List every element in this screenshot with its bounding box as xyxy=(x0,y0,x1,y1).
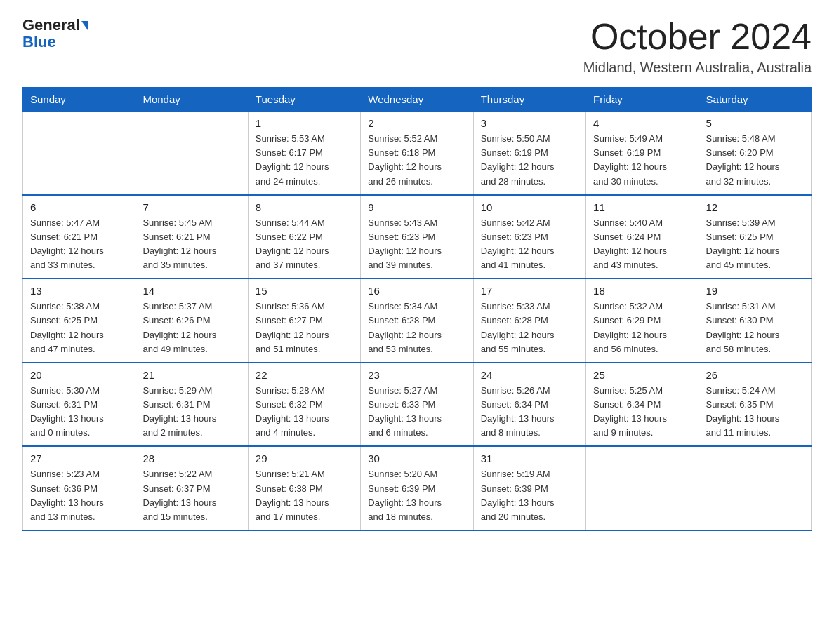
calendar-cell: 18Sunrise: 5:32 AM Sunset: 6:29 PM Dayli… xyxy=(586,279,699,363)
calendar-cell: 30Sunrise: 5:20 AM Sunset: 6:39 PM Dayli… xyxy=(361,446,473,530)
day-info: Sunrise: 5:53 AM Sunset: 6:17 PM Dayligh… xyxy=(256,132,353,189)
day-number: 30 xyxy=(368,452,465,464)
day-info: Sunrise: 5:29 AM Sunset: 6:31 PM Dayligh… xyxy=(143,384,240,441)
day-info: Sunrise: 5:24 AM Sunset: 6:35 PM Dayligh… xyxy=(706,384,804,441)
logo-general: General xyxy=(22,17,80,34)
weekday-header-sunday: Sunday xyxy=(23,88,135,112)
day-info: Sunrise: 5:19 AM Sunset: 6:39 PM Dayligh… xyxy=(481,467,578,524)
calendar-cell: 10Sunrise: 5:42 AM Sunset: 6:23 PM Dayli… xyxy=(473,195,585,279)
day-info: Sunrise: 5:48 AM Sunset: 6:20 PM Dayligh… xyxy=(706,132,804,189)
day-info: Sunrise: 5:37 AM Sunset: 6:26 PM Dayligh… xyxy=(143,300,240,356)
day-info: Sunrise: 5:42 AM Sunset: 6:23 PM Dayligh… xyxy=(481,216,578,273)
day-number: 19 xyxy=(706,285,804,297)
day-info: Sunrise: 5:26 AM Sunset: 6:34 PM Dayligh… xyxy=(481,384,578,441)
weekday-header-thursday: Thursday xyxy=(473,88,585,112)
weekday-header-monday: Monday xyxy=(135,88,248,112)
day-number: 14 xyxy=(143,285,240,297)
day-info: Sunrise: 5:22 AM Sunset: 6:37 PM Dayligh… xyxy=(143,467,240,524)
day-info: Sunrise: 5:27 AM Sunset: 6:33 PM Dayligh… xyxy=(368,384,465,441)
calendar-cell: 13Sunrise: 5:38 AM Sunset: 6:25 PM Dayli… xyxy=(23,279,135,363)
calendar-cell: 11Sunrise: 5:40 AM Sunset: 6:24 PM Dayli… xyxy=(586,195,699,279)
logo: General Blue xyxy=(22,17,88,51)
day-info: Sunrise: 5:23 AM Sunset: 6:36 PM Dayligh… xyxy=(30,467,128,524)
calendar-cell xyxy=(699,446,811,530)
day-number: 3 xyxy=(481,117,578,129)
day-info: Sunrise: 5:31 AM Sunset: 6:30 PM Dayligh… xyxy=(706,300,804,356)
calendar-cell: 12Sunrise: 5:39 AM Sunset: 6:25 PM Dayli… xyxy=(699,195,811,279)
calendar-cell xyxy=(135,112,248,195)
calendar-cell: 7Sunrise: 5:45 AM Sunset: 6:21 PM Daylig… xyxy=(135,195,248,279)
day-number: 23 xyxy=(368,369,465,381)
calendar-cell: 23Sunrise: 5:27 AM Sunset: 6:33 PM Dayli… xyxy=(361,363,473,447)
page-subtitle: Midland, Western Australia, Australia xyxy=(583,60,812,76)
day-number: 31 xyxy=(481,452,578,464)
day-info: Sunrise: 5:34 AM Sunset: 6:28 PM Dayligh… xyxy=(368,300,465,356)
calendar-week-3: 13Sunrise: 5:38 AM Sunset: 6:25 PM Dayli… xyxy=(23,279,812,363)
calendar-cell: 21Sunrise: 5:29 AM Sunset: 6:31 PM Dayli… xyxy=(135,363,248,447)
calendar-cell: 17Sunrise: 5:33 AM Sunset: 6:28 PM Dayli… xyxy=(473,279,585,363)
day-info: Sunrise: 5:43 AM Sunset: 6:23 PM Dayligh… xyxy=(368,216,465,273)
weekday-header-tuesday: Tuesday xyxy=(248,88,360,112)
calendar-cell: 14Sunrise: 5:37 AM Sunset: 6:26 PM Dayli… xyxy=(135,279,248,363)
logo-triangle-icon xyxy=(81,21,88,30)
day-number: 9 xyxy=(368,201,465,213)
calendar-cell xyxy=(23,112,135,195)
calendar-cell: 3Sunrise: 5:50 AM Sunset: 6:19 PM Daylig… xyxy=(473,112,585,195)
day-info: Sunrise: 5:38 AM Sunset: 6:25 PM Dayligh… xyxy=(30,300,128,356)
day-info: Sunrise: 5:28 AM Sunset: 6:32 PM Dayligh… xyxy=(256,384,353,441)
day-number: 26 xyxy=(706,369,804,381)
calendar-cell: 19Sunrise: 5:31 AM Sunset: 6:30 PM Dayli… xyxy=(699,279,811,363)
day-number: 17 xyxy=(481,285,578,297)
day-number: 15 xyxy=(256,285,353,297)
day-number: 7 xyxy=(143,201,240,213)
day-number: 11 xyxy=(593,201,691,213)
weekday-header-wednesday: Wednesday xyxy=(361,88,473,112)
day-number: 8 xyxy=(256,201,353,213)
calendar-week-5: 27Sunrise: 5:23 AM Sunset: 6:36 PM Dayli… xyxy=(23,446,812,530)
day-number: 13 xyxy=(30,285,128,297)
calendar-body: 1Sunrise: 5:53 AM Sunset: 6:17 PM Daylig… xyxy=(23,112,812,530)
calendar-cell: 31Sunrise: 5:19 AM Sunset: 6:39 PM Dayli… xyxy=(473,446,585,530)
day-info: Sunrise: 5:21 AM Sunset: 6:38 PM Dayligh… xyxy=(256,467,353,524)
day-number: 10 xyxy=(481,201,578,213)
day-info: Sunrise: 5:44 AM Sunset: 6:22 PM Dayligh… xyxy=(256,216,353,273)
calendar-cell: 28Sunrise: 5:22 AM Sunset: 6:37 PM Dayli… xyxy=(135,446,248,530)
day-info: Sunrise: 5:36 AM Sunset: 6:27 PM Dayligh… xyxy=(256,300,353,356)
day-number: 16 xyxy=(368,285,465,297)
day-number: 20 xyxy=(30,369,128,381)
logo-blue: Blue xyxy=(22,34,56,51)
calendar-cell: 20Sunrise: 5:30 AM Sunset: 6:31 PM Dayli… xyxy=(23,363,135,447)
calendar-cell: 24Sunrise: 5:26 AM Sunset: 6:34 PM Dayli… xyxy=(473,363,585,447)
day-number: 2 xyxy=(368,117,465,129)
day-info: Sunrise: 5:39 AM Sunset: 6:25 PM Dayligh… xyxy=(706,216,804,273)
day-info: Sunrise: 5:52 AM Sunset: 6:18 PM Dayligh… xyxy=(368,132,465,189)
calendar-cell: 9Sunrise: 5:43 AM Sunset: 6:23 PM Daylig… xyxy=(361,195,473,279)
weekday-header-saturday: Saturday xyxy=(699,88,811,112)
day-number: 6 xyxy=(30,201,128,213)
page-header: General Blue October 2024 Midland, Weste… xyxy=(22,17,812,76)
calendar-cell: 16Sunrise: 5:34 AM Sunset: 6:28 PM Dayli… xyxy=(361,279,473,363)
day-info: Sunrise: 5:50 AM Sunset: 6:19 PM Dayligh… xyxy=(481,132,578,189)
calendar-cell: 29Sunrise: 5:21 AM Sunset: 6:38 PM Dayli… xyxy=(248,446,360,530)
day-info: Sunrise: 5:40 AM Sunset: 6:24 PM Dayligh… xyxy=(593,216,691,273)
day-number: 27 xyxy=(30,452,128,464)
calendar-cell: 15Sunrise: 5:36 AM Sunset: 6:27 PM Dayli… xyxy=(248,279,360,363)
day-number: 21 xyxy=(143,369,240,381)
calendar-cell: 25Sunrise: 5:25 AM Sunset: 6:34 PM Dayli… xyxy=(586,363,699,447)
calendar-week-4: 20Sunrise: 5:30 AM Sunset: 6:31 PM Dayli… xyxy=(23,363,812,447)
calendar-cell: 8Sunrise: 5:44 AM Sunset: 6:22 PM Daylig… xyxy=(248,195,360,279)
day-info: Sunrise: 5:20 AM Sunset: 6:39 PM Dayligh… xyxy=(368,467,465,524)
day-info: Sunrise: 5:47 AM Sunset: 6:21 PM Dayligh… xyxy=(30,216,128,273)
day-info: Sunrise: 5:33 AM Sunset: 6:28 PM Dayligh… xyxy=(481,300,578,356)
calendar-cell: 22Sunrise: 5:28 AM Sunset: 6:32 PM Dayli… xyxy=(248,363,360,447)
calendar-cell: 1Sunrise: 5:53 AM Sunset: 6:17 PM Daylig… xyxy=(248,112,360,195)
day-number: 4 xyxy=(593,117,691,129)
weekday-header-friday: Friday xyxy=(586,88,699,112)
title-block: October 2024 Midland, Western Australia,… xyxy=(583,17,812,76)
day-number: 5 xyxy=(706,117,804,129)
calendar-cell: 5Sunrise: 5:48 AM Sunset: 6:20 PM Daylig… xyxy=(699,112,811,195)
calendar-cell: 26Sunrise: 5:24 AM Sunset: 6:35 PM Dayli… xyxy=(699,363,811,447)
calendar-week-1: 1Sunrise: 5:53 AM Sunset: 6:17 PM Daylig… xyxy=(23,112,812,195)
calendar-table: SundayMondayTuesdayWednesdayThursdayFrid… xyxy=(22,87,812,531)
calendar-cell: 2Sunrise: 5:52 AM Sunset: 6:18 PM Daylig… xyxy=(361,112,473,195)
